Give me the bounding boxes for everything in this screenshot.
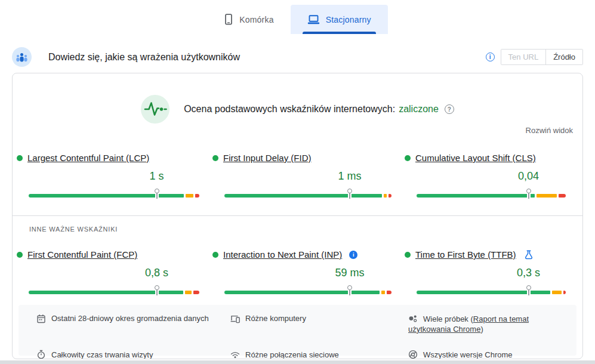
origin-button[interactable]: Źródło (545, 50, 582, 64)
tab-mobile[interactable]: Komórka (207, 5, 290, 34)
tab-mobile-label: Komórka (239, 15, 273, 24)
distribution-bar (29, 194, 199, 198)
distribution-bar (417, 291, 566, 294)
p75-marker (347, 285, 352, 295)
distribution-bar (224, 291, 391, 294)
data-collection-footer: Ostatni 28-dniowy okres gromadzenia dany… (19, 305, 576, 356)
footer-item-chrome-versions: Wszystkie wersje Chrome (408, 350, 565, 360)
metric-fid-value: 1 ms (338, 170, 361, 183)
metric-cls: Cumulative Layout Shift (CLS) 0,04 (405, 153, 579, 198)
distribution-bar (29, 291, 199, 294)
footer-item-visit-duration: Całkowity czas trwania wizyty (36, 350, 230, 360)
metric-inp-value: 59 ms (335, 267, 364, 279)
distribution-bar (417, 194, 566, 198)
p75-marker (526, 285, 531, 295)
green-status-dot (405, 155, 411, 161)
field-data-card: Ocena podstawowych wskaźników internetow… (12, 73, 583, 359)
other-metrics-row: First Contentful Paint (FCP) 0,8 s Inter… (13, 249, 582, 294)
calendar-icon (36, 314, 46, 323)
this-url-button[interactable]: Ten URL (501, 50, 546, 64)
metric-lcp-value: 1 s (149, 170, 164, 183)
scope-toggle: Ten URL Źródło (501, 49, 583, 65)
stopwatch-icon (36, 350, 46, 359)
core-metrics-row: Largest Contentful Paint (LCP) 1 s First… (13, 153, 582, 198)
cwv-assessment-header: Ocena podstawowych wskaźników internetow… (13, 95, 582, 124)
help-icon[interactable]: ? (445, 104, 454, 114)
footer-item-samples: Wiele próbek (Raport na temat użytkowani… (408, 313, 565, 334)
expand-view-button[interactable]: Rozwiń widok (13, 126, 573, 135)
cwv-assessment-result: zaliczone (399, 104, 439, 115)
metric-cls-value: 0,04 (518, 170, 539, 183)
footer-item-text: Całkowity czas trwania wizyty (51, 350, 153, 360)
metric-fcp-value: 0,8 s (145, 267, 168, 279)
device-tabs: Komórka Stacjonarny (0, 0, 595, 34)
footer-item-text: Różne komputery (245, 313, 306, 323)
info-icon[interactable]: i (486, 53, 495, 61)
footer-item-network: Różne połączenia sieciowe (230, 350, 408, 360)
wifi-icon (230, 350, 240, 359)
footer-item-text: Ostatni 28-dniowy okres gromadzenia dany… (51, 313, 209, 323)
p75-marker (347, 189, 352, 199)
footer-item-devices: Różne komputery (230, 313, 408, 323)
samples-icon (408, 314, 418, 323)
tab-desktop-label: Stacjonarny (326, 15, 371, 24)
metric-ttfb-value: 0,3 s (517, 267, 540, 279)
footer-item-collection-period: Ostatni 28-dniowy okres gromadzenia dany… (36, 313, 230, 323)
cwv-assessment-label: Ocena podstawowych wskaźników internetow… (184, 104, 395, 115)
distribution-bar (224, 194, 391, 198)
p75-marker (155, 285, 159, 295)
users-experience-icon (12, 47, 32, 67)
metric-lcp-link[interactable]: Largest Contentful Paint (LCP) (27, 153, 149, 163)
green-status-dot (405, 252, 411, 258)
metric-cls-link[interactable]: Cumulative Layout Shift (CLS) (415, 153, 536, 163)
experimental-flask-icon[interactable] (525, 250, 533, 260)
metric-fid-link[interactable]: First Input Delay (FID) (223, 153, 312, 163)
metric-fcp: First Contentful Paint (FCP) 0,8 s (17, 249, 212, 294)
inp-info-icon[interactable]: i (349, 251, 357, 259)
metric-inp-link[interactable]: Interaction to Next Paint (INP) (223, 249, 342, 260)
active-tab-indicator (303, 32, 376, 34)
footer-item-text: Wszystkie wersje Chrome (423, 350, 513, 360)
section-divider (13, 215, 582, 216)
devices-icon (230, 314, 240, 323)
other-metrics-label: INNE WAŻNE WSKAŹNIKI (29, 226, 582, 233)
phone-icon (224, 14, 233, 25)
footer-item-text: Różne połączenia sieciowe (245, 350, 339, 360)
green-status-dot (17, 252, 23, 258)
metric-fid: First Input Delay (FID) 1 ms (212, 153, 405, 198)
field-data-header: Dowiedz się, jakie są wrażenia użytkowni… (12, 47, 583, 67)
green-status-dot (17, 155, 23, 161)
chrome-icon (408, 350, 418, 359)
pulse-icon (141, 95, 169, 124)
metric-inp: Interaction to Next Paint (INP) i 59 ms (212, 249, 405, 294)
footer-item-text: Wiele próbek ( (423, 314, 473, 323)
page-title: Dowiedz się, jakie są wrażenia użytkowni… (48, 52, 486, 63)
tab-desktop[interactable]: Stacjonarny (291, 5, 388, 34)
metric-fcp-link[interactable]: First Contentful Paint (FCP) (27, 249, 137, 260)
footer-item-text: ) (480, 325, 483, 334)
metric-ttfb-link[interactable]: Time to First Byte (TTFB) (415, 249, 516, 260)
laptop-icon (307, 15, 320, 24)
next-card-edge (0, 360, 595, 364)
metric-lcp: Largest Contentful Paint (LCP) 1 s (17, 153, 212, 198)
green-status-dot (212, 155, 218, 161)
metric-ttfb: Time to First Byte (TTFB) 0,3 s (405, 249, 579, 294)
p75-marker (526, 189, 531, 199)
green-status-dot (212, 252, 218, 258)
p75-marker (155, 189, 159, 199)
